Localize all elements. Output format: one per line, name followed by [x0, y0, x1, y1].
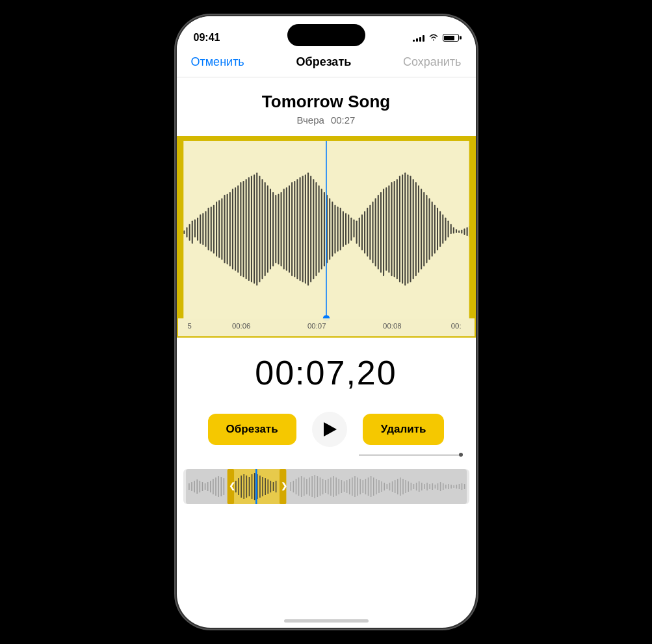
svg-rect-150 — [259, 476, 261, 498]
svg-rect-173 — [330, 477, 332, 496]
svg-rect-130 — [210, 481, 211, 492]
svg-rect-122 — [189, 483, 190, 490]
svg-rect-193 — [384, 483, 385, 490]
svg-rect-21 — [237, 185, 239, 273]
svg-rect-209 — [426, 483, 428, 490]
svg-rect-95 — [436, 208, 437, 250]
svg-rect-210 — [429, 484, 430, 489]
svg-rect-82 — [402, 174, 403, 284]
svg-rect-99 — [447, 221, 449, 237]
svg-rect-215 — [442, 483, 443, 490]
svg-rect-165 — [309, 477, 310, 496]
svg-rect-94 — [434, 205, 435, 254]
svg-rect-206 — [418, 481, 419, 492]
svg-rect-218 — [450, 485, 452, 489]
svg-rect-88 — [417, 185, 419, 273]
svg-rect-184 — [359, 479, 361, 494]
svg-rect-135 — [223, 478, 224, 495]
svg-rect-141 — [235, 481, 237, 492]
battery-icon — [443, 34, 459, 42]
svg-text:00:08: 00:08 — [383, 322, 402, 330]
wifi-icon — [428, 33, 439, 43]
trim-button[interactable]: Обрезать — [208, 414, 296, 445]
svg-rect-65 — [356, 221, 357, 244]
play-button[interactable] — [312, 412, 347, 447]
svg-rect-101 — [452, 227, 454, 234]
mini-waveform-svg: ❮ ❯ — [186, 469, 467, 504]
svg-rect-216 — [445, 485, 447, 489]
svg-rect-127 — [202, 482, 203, 491]
svg-rect-46 — [304, 174, 306, 284]
svg-rect-182 — [354, 476, 356, 497]
svg-rect-171 — [324, 480, 326, 493]
callout-line — [359, 455, 463, 455]
svg-rect-8 — [202, 213, 203, 245]
svg-rect-175 — [335, 477, 337, 496]
cancel-button[interactable]: Отменить — [191, 55, 244, 69]
svg-rect-68 — [364, 211, 365, 254]
mini-waveform-track[interactable]: ❮ ❯ — [183, 469, 469, 504]
svg-rect-125 — [196, 479, 198, 494]
svg-rect-77 — [388, 185, 389, 273]
phone-frame: 09:41 Отменить Обрезать Сохран — [177, 16, 476, 628]
svg-rect-3 — [189, 224, 190, 241]
svg-rect-79 — [393, 181, 395, 277]
svg-rect-205 — [415, 483, 417, 490]
svg-rect-195 — [389, 483, 390, 490]
svg-rect-146 — [248, 477, 250, 496]
svg-rect-128 — [204, 483, 205, 490]
svg-rect-220 — [456, 485, 457, 489]
svg-rect-194 — [386, 484, 387, 489]
svg-rect-93 — [431, 202, 432, 257]
svg-rect-81 — [398, 176, 400, 282]
svg-text:00:06: 00:06 — [231, 322, 250, 330]
svg-rect-85 — [410, 176, 411, 282]
delete-button[interactable]: Удалить — [363, 414, 445, 445]
status-icons — [413, 33, 459, 43]
recording-info: Tomorrow Song Вчера 00:27 — [177, 77, 476, 136]
svg-rect-13 — [216, 202, 217, 257]
svg-rect-119 — [469, 137, 474, 318]
svg-rect-18 — [229, 192, 230, 267]
svg-text:❯: ❯ — [281, 481, 287, 490]
svg-rect-10 — [207, 208, 209, 250]
svg-rect-14 — [218, 200, 220, 258]
svg-rect-214 — [439, 482, 441, 491]
svg-rect-176 — [338, 479, 339, 494]
svg-rect-170 — [322, 479, 323, 494]
svg-rect-198 — [397, 479, 398, 494]
svg-rect-56 — [332, 202, 333, 257]
callout-dot — [459, 453, 463, 457]
svg-rect-90 — [423, 192, 424, 267]
svg-rect-12 — [213, 205, 214, 254]
timer-text: 00:07,20 — [255, 354, 397, 392]
svg-text:00:07: 00:07 — [307, 322, 326, 330]
svg-rect-50 — [315, 182, 317, 276]
nav-title: Обрезать — [296, 55, 352, 69]
svg-rect-197 — [394, 480, 395, 493]
nav-bar: Отменить Обрезать Сохранить — [177, 50, 476, 77]
svg-rect-60 — [342, 211, 343, 247]
waveform-container[interactable]: 5 00:06 00:07 00:08 00: — [177, 136, 476, 338]
svg-rect-20 — [235, 187, 236, 271]
svg-rect-57 — [334, 205, 335, 254]
svg-rect-200 — [402, 479, 404, 494]
svg-rect-178 — [343, 481, 345, 492]
svg-rect-39 — [285, 187, 287, 271]
svg-rect-104 — [461, 230, 462, 234]
svg-rect-102 — [455, 229, 456, 233]
svg-rect-92 — [428, 198, 430, 260]
svg-rect-51 — [318, 185, 319, 273]
save-button[interactable]: Сохранить — [403, 55, 461, 69]
signal-bars-icon — [413, 34, 424, 42]
recording-date: Вчера — [297, 114, 324, 126]
mini-waveform-section[interactable]: ❮ ❯ — [177, 460, 476, 511]
home-indicator — [284, 619, 369, 623]
svg-rect-4 — [191, 221, 192, 244]
svg-rect-45 — [302, 176, 303, 282]
svg-rect-16 — [224, 195, 225, 263]
svg-rect-132 — [215, 477, 216, 496]
svg-rect-1 — [183, 230, 185, 234]
svg-rect-134 — [220, 477, 222, 496]
svg-rect-196 — [391, 481, 393, 492]
